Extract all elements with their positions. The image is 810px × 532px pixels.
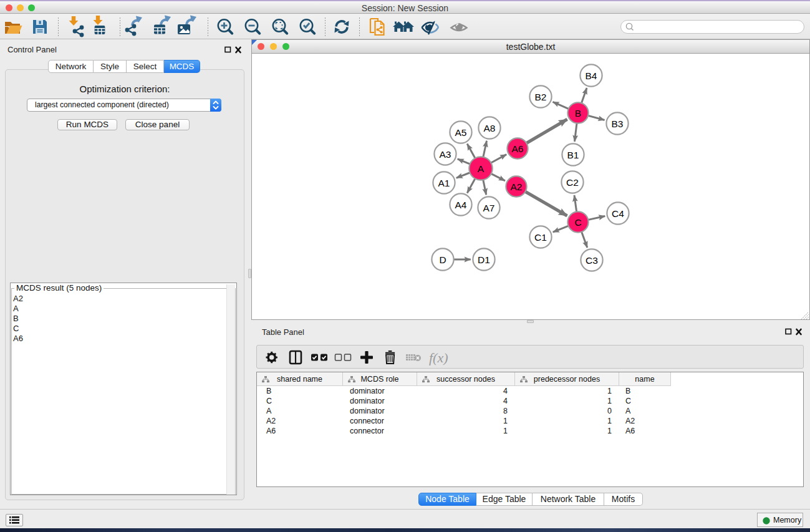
svg-text:A8: A8 — [484, 123, 496, 133]
svg-text:f(x): f(x) — [429, 350, 448, 365]
svg-text:C2: C2 — [566, 177, 579, 188]
svg-text:D1: D1 — [478, 254, 490, 265]
svg-text:A3: A3 — [440, 149, 451, 160]
svg-text:C3: C3 — [586, 255, 598, 266]
svg-text:B4: B4 — [586, 70, 597, 81]
svg-text:B2: B2 — [535, 92, 547, 102]
svg-text:C1: C1 — [534, 232, 547, 243]
svg-text:A7: A7 — [483, 203, 495, 213]
svg-text:A5: A5 — [455, 127, 467, 138]
svg-text:A1: A1 — [438, 178, 450, 188]
svg-text:C: C — [574, 217, 581, 228]
svg-text:A4: A4 — [455, 200, 467, 210]
svg-text:B: B — [575, 108, 581, 118]
svg-text:C4: C4 — [612, 208, 624, 219]
svg-text:B3: B3 — [612, 118, 624, 129]
svg-text:A: A — [478, 163, 485, 174]
svg-text:A6: A6 — [512, 143, 524, 154]
svg-text:B1: B1 — [567, 150, 579, 160]
svg-text:D: D — [439, 254, 446, 265]
svg-text:A2: A2 — [511, 181, 523, 192]
